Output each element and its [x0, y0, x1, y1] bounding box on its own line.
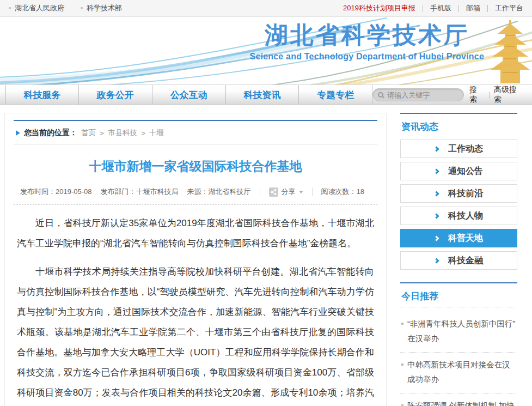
article-paragraph: 近日，省科技厅新认定35家单位为2019年度湖北省国际科技合作基地，十堰市湖北汽… — [17, 213, 374, 253]
publish-time-value: 2019-05-08 — [56, 187, 92, 196]
recommended-article-title: “非洲青年科技人员创新中国行”在汉举办 — [407, 319, 515, 343]
breadcrumb-arrow-icon — [16, 130, 20, 136]
banner-title-block: 湖北省科学技术厅 Science and Technology Departme… — [250, 21, 484, 62]
read-count-value: 18 — [357, 187, 364, 196]
sidebar-item-label: 通知公告 — [448, 166, 483, 177]
divider — [423, 5, 423, 12]
search-box[interactable] — [372, 88, 464, 101]
breadcrumb-prefix: 您当前的位置： — [24, 128, 77, 138]
search-area: 搜索 高级搜索 — [372, 85, 532, 105]
sidebar-item-label: 科技人物 — [448, 210, 483, 222]
recommended-article-link[interactable]: “非洲青年科技人员创新中国行”在汉举办 — [400, 312, 517, 353]
share-icon — [269, 187, 278, 197]
breadcrumb: 您当前的位置： 首页 > 市县科技 > 十堰 — [14, 121, 377, 145]
today-recommend-section: 今日推荐 “非洲青年科技人员创新中国行”在汉举办 中韩高新技术项目对接会在汉成功… — [400, 282, 517, 406]
primary-navigation: 科技服务 政务公开 公众互动 科技资讯 专题专栏 搜索 高级搜索 — [0, 84, 532, 105]
topbar-left-links: 湖北省人民政府 科学技术部 — [9, 3, 122, 13]
article-source: 来源：湖北省科技厅 — [187, 187, 251, 197]
nav-item-special-columns[interactable]: 专题专栏 — [299, 85, 372, 105]
read-count-label: 阅读次数： — [321, 187, 357, 196]
chevron-right-icon — [434, 258, 439, 263]
square-bullet-icon — [401, 323, 403, 325]
site-banner: 湖北省科学技术厅 Science and Technology Departme… — [0, 17, 532, 84]
square-bullet-icon — [9, 7, 11, 9]
breadcrumb-link-home[interactable]: 首页 — [81, 128, 96, 138]
yellow-crane-tower-illustration — [491, 20, 530, 83]
sidebar-item-tech-finance[interactable]: 科技金融 — [400, 251, 517, 270]
link-mailbox[interactable]: 邮箱 — [466, 3, 480, 13]
chevron-right-icon — [434, 213, 439, 219]
main-inner: 您当前的位置： 首页 > 市县科技 > 十堰 十堰市新增一家省级国际科技合作基地… — [14, 120, 377, 406]
today-section-title: 今日推荐 — [401, 290, 516, 307]
sidebar-item-tech-people[interactable]: 科技人物 — [400, 207, 517, 225]
link-label: 科学技术部 — [87, 3, 122, 13]
news-section-title: 资讯动态 — [401, 120, 516, 133]
divider — [489, 92, 490, 99]
site-title: 湖北省科学技术厅 — [250, 21, 484, 50]
link-most[interactable]: 科学技术部 — [81, 3, 122, 13]
sidebar-item-notices[interactable]: 通知公告 — [400, 162, 517, 180]
divider — [458, 5, 459, 12]
nav-item-tech-services[interactable]: 科技服务 — [5, 85, 79, 105]
link-label: 湖北省人民政府 — [15, 3, 64, 13]
source-value: 湖北省科技厅 — [209, 187, 251, 196]
article-meta-row: 发布时间：2019-05-08 发布部门：十堰市科技局 来源：湖北省科技厅 — [14, 184, 377, 205]
breadcrumb-link-shiyan[interactable]: 十堰 — [149, 128, 164, 138]
chevron-right-icon — [434, 235, 439, 241]
publish-time-label: 发布时间： — [20, 187, 56, 196]
publish-time: 发布时间：2019-05-08 — [20, 187, 92, 197]
breadcrumb-separator: > — [141, 129, 145, 137]
recommended-article-link[interactable]: 中韩高新技术项目对接会在汉成功举办 — [400, 353, 517, 393]
department-label: 发布部门： — [101, 187, 136, 196]
news-dynamics-section: 资讯动态 工作动态 通知公告 科技前沿 科技人物 科普天地 — [400, 113, 517, 270]
main-content-panel: 您当前的位置： 首页 > 市县科技 > 十堰 十堰市新增一家省级国际科技合作基地… — [4, 113, 387, 406]
site-subtitle-english: Science and Technology Department of Hub… — [250, 52, 484, 62]
sidebar-item-label: 科技前沿 — [448, 188, 483, 199]
search-links: 搜索 高级搜索 — [469, 85, 524, 105]
breadcrumb-link-city-tech[interactable]: 市县科技 — [108, 128, 137, 138]
recommended-article-title: 中韩高新技术项目对接会在汉成功举办 — [407, 360, 510, 384]
nav-item-public-interaction[interactable]: 公众互动 — [152, 85, 226, 105]
page-body: 您当前的位置： 首页 > 市县科技 > 十堰 十堰市新增一家省级国际科技合作基地… — [0, 105, 532, 406]
top-utility-bar: 湖北省人民政府 科学技术部 2019科技计划项目申报 手机版 邮箱 工作平台 — [0, 0, 532, 17]
advanced-search-link[interactable]: 高级搜索 — [494, 85, 524, 105]
chevron-right-icon — [434, 146, 439, 152]
topbar-right-links: 2019科技计划项目申报 手机版 邮箱 工作平台 — [343, 3, 523, 13]
recommended-article-title: 陈安丽强调 创新体制机制 加快组建创新联合体 — [407, 401, 515, 406]
divider — [487, 5, 488, 12]
search-input[interactable] — [387, 91, 452, 99]
article-paragraph: 十堰市科学技术局持续关注指导高等院校加快科研平台创建。湖北省汽车智能转向与仿真控… — [17, 262, 374, 406]
share-button[interactable]: 分享 — [269, 187, 303, 197]
divider — [260, 187, 260, 196]
sidebar: 资讯动态 工作动态 通知公告 科技前沿 科技人物 科普天地 — [400, 113, 517, 406]
sidebar-item-work-news[interactable]: 工作动态 — [400, 140, 517, 158]
link-2019-project-application[interactable]: 2019科技计划项目申报 — [343, 3, 415, 13]
source-label: 来源： — [187, 187, 209, 196]
divider — [312, 187, 313, 196]
link-mobile-version[interactable]: 手机版 — [430, 3, 451, 13]
sidebar-item-label: 科普天地 — [448, 233, 483, 244]
chevron-right-icon — [434, 168, 439, 174]
link-hubei-gov[interactable]: 湖北省人民政府 — [9, 3, 64, 13]
read-count: 阅读次数：18 — [321, 187, 364, 197]
share-label: 分享 — [282, 187, 296, 197]
caret-down-icon — [299, 191, 303, 193]
sidebar-item-tech-frontier[interactable]: 科技前沿 — [400, 184, 517, 203]
recommended-article-link[interactable]: 陈安丽强调 创新体制机制 加快组建创新联合体 — [400, 393, 517, 406]
article-body: 近日，省科技厅新认定35家单位为2019年度湖北省国际科技合作基地，十堰市湖北汽… — [14, 213, 377, 406]
square-bullet-icon — [401, 363, 403, 366]
sidebar-item-label: 工作动态 — [448, 143, 483, 155]
sidebar-item-label: 科技金融 — [448, 255, 483, 266]
search-icon — [378, 92, 383, 98]
article-meta-info: 发布时间：2019-05-08 发布部门：十堰市科技局 来源：湖北省科技厅 — [20, 187, 251, 197]
department-value: 十堰市科技局 — [136, 187, 179, 196]
search-button[interactable]: 搜索 — [469, 85, 485, 105]
nav-item-gov-affairs[interactable]: 政务公开 — [79, 85, 152, 105]
breadcrumb-separator: > — [100, 129, 104, 137]
publish-department: 发布部门：十堰市科技局 — [101, 187, 179, 197]
link-work-platform[interactable]: 工作平台 — [495, 3, 523, 13]
sidebar-item-science-popularization[interactable]: 科普天地 — [400, 229, 517, 247]
square-bullet-icon — [81, 7, 83, 9]
article-title: 十堰市新增一家省级国际科技合作基地 — [14, 158, 377, 175]
nav-item-tech-news[interactable]: 科技资讯 — [226, 85, 299, 105]
